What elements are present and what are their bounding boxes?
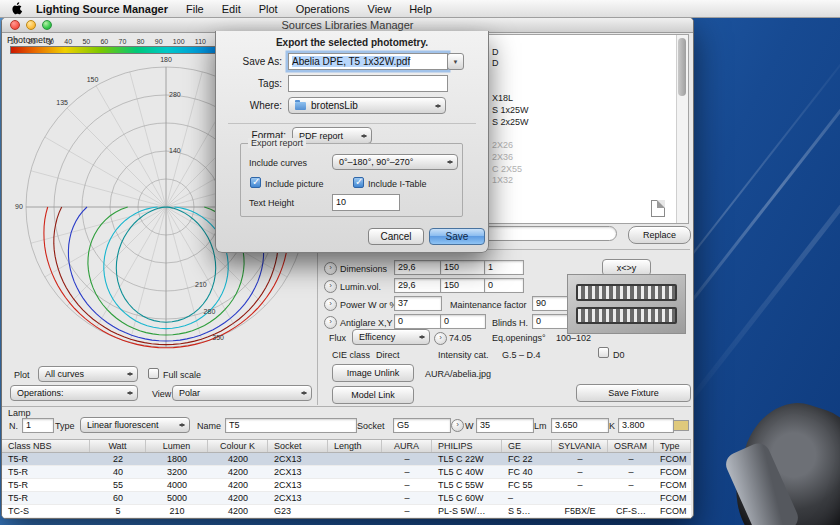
lamp-w-field[interactable]: 35: [476, 418, 534, 433]
export-report-group-title: Export report: [248, 138, 306, 148]
lamp-k-label: K: [609, 421, 615, 431]
plot-curves-select[interactable]: All curves: [38, 366, 138, 382]
include-curves-label: Include curves: [249, 158, 307, 168]
save-as-expand-button[interactable]: [447, 53, 464, 70]
dimensions-field-2[interactable]: 150: [440, 260, 486, 275]
text-height-label: Text Height: [249, 198, 294, 208]
lamp-name-field[interactable]: T5: [225, 418, 357, 433]
lumin-field-1[interactable]: 29,6: [394, 278, 442, 293]
power-field[interactable]: 37: [394, 296, 442, 311]
antiglare-field-y[interactable]: 0: [440, 314, 486, 329]
table-cell: FCOM: [654, 492, 691, 504]
tags-field[interactable]: [288, 75, 448, 92]
lamp-w-action-button[interactable]: [451, 419, 464, 432]
column-header[interactable]: Colour K: [208, 440, 268, 452]
where-select[interactable]: brotensLib: [288, 97, 446, 114]
table-cell: 4200: [208, 492, 268, 504]
lumin-action-button[interactable]: [324, 280, 337, 293]
menu-app-name[interactable]: Lighting Source Manager: [27, 3, 177, 15]
antiglare-field-x[interactable]: 0: [394, 314, 442, 329]
scrollbar-thumb[interactable]: [678, 38, 686, 96]
dimensions-action-button[interactable]: [324, 262, 337, 275]
tags-label: Tags:: [216, 78, 282, 89]
table-row[interactable]: T5-R60500042002CX13–TL5 C 60W–FCOM: [2, 492, 691, 505]
lamp-n-label: N.: [9, 421, 18, 431]
column-header[interactable]: Class NBS: [2, 440, 90, 452]
table-row[interactable]: TC-S52104200G23–PL-S 5W/…S 5…F5BX/ECF-S……: [2, 505, 691, 518]
column-header[interactable]: Lumen: [146, 440, 208, 452]
lamp-n-field[interactable]: 1: [22, 418, 54, 433]
column-header[interactable]: Length: [328, 440, 382, 452]
column-header[interactable]: Type: [654, 440, 691, 452]
lumin-field-2[interactable]: 150: [440, 278, 486, 293]
lamp-table: Class NBSWattLumenColour KSocketLengthAU…: [2, 439, 691, 518]
cancel-button[interactable]: Cancel: [368, 228, 424, 245]
menu-item-help[interactable]: Help: [400, 3, 441, 15]
flux-select[interactable]: Efficency: [352, 329, 430, 345]
text-height-field[interactable]: 10: [332, 194, 400, 211]
table-row[interactable]: T5-R55400042002CX13–TL5 C 55WFC 55––FCOM: [2, 479, 691, 492]
include-curves-value: 0°–180°, 90°–270°: [339, 157, 413, 167]
table-cell: 4200: [208, 466, 268, 478]
menu-item-operations[interactable]: Operations: [287, 3, 359, 15]
lamp-color-swatch[interactable]: [673, 420, 689, 431]
apple-icon[interactable]: [12, 2, 23, 15]
save-button[interactable]: Save: [429, 228, 485, 245]
column-header[interactable]: SYLVANIA: [552, 440, 608, 452]
include-itable-checkbox[interactable]: [353, 177, 364, 188]
table-cell: [328, 466, 382, 478]
dimensions-field-1[interactable]: 29,6: [394, 260, 442, 275]
plot-curves-value: All curves: [45, 369, 84, 379]
flux-action-button[interactable]: [434, 332, 447, 345]
column-header[interactable]: Socket: [268, 440, 328, 452]
antiglare-action-button[interactable]: [324, 316, 337, 329]
table-cell: FCOM: [654, 466, 691, 478]
include-picture-checkbox[interactable]: [250, 177, 261, 188]
column-header[interactable]: PHILIPS: [432, 440, 502, 452]
power-label: Power W or %: [340, 300, 398, 310]
chevron-updown-icon: [126, 388, 133, 398]
document-icon[interactable]: [651, 200, 665, 217]
replace-button[interactable]: Replace: [628, 226, 691, 244]
lamp-type-select[interactable]: Linear fluorescent: [80, 417, 190, 433]
save-as-field[interactable]: Abelia DPE, T5 1x32W.pdf: [288, 53, 448, 70]
lamp-lm-field[interactable]: 3.650: [551, 418, 609, 433]
table-cell: –: [382, 453, 432, 465]
power-action-button[interactable]: [324, 298, 337, 311]
table-cell: TL5 C 60W: [432, 492, 502, 504]
table-row[interactable]: T5-R22180042002CX13–TL5 C 22WFC 22––FCOM: [2, 453, 691, 466]
lamp-socket-field[interactable]: G5: [393, 418, 451, 433]
menu-item-file[interactable]: File: [177, 3, 213, 15]
menu-item-plot[interactable]: Plot: [250, 3, 287, 15]
dimensions-field-3[interactable]: 1: [484, 260, 524, 275]
screen: Lighting Source Manager FileEditPlotOper…: [0, 0, 840, 525]
model-link-button[interactable]: Model Link: [332, 386, 414, 404]
column-header[interactable]: AURA: [382, 440, 432, 452]
table-cell: 2CX13: [268, 453, 328, 465]
minimize-button[interactable]: [26, 20, 36, 30]
table-cell: G23: [268, 505, 328, 517]
column-header[interactable]: OSRAM: [608, 440, 654, 452]
table-cell: 210: [146, 505, 208, 517]
d0-checkbox[interactable]: [598, 347, 609, 358]
table-row[interactable]: T5-R40320042002CX13–TL5 C 40WFC 40––FCOM: [2, 466, 691, 479]
scale-tick: 110: [195, 38, 206, 46]
scrollbar[interactable]: [676, 35, 688, 223]
zoom-button[interactable]: [42, 20, 52, 30]
save-fixture-button[interactable]: Save Fixture: [576, 384, 691, 402]
close-button[interactable]: [10, 20, 20, 30]
scale-tick: 60: [100, 38, 108, 46]
column-header[interactable]: GE: [502, 440, 552, 452]
menu-item-view[interactable]: View: [359, 3, 401, 15]
view-select[interactable]: Polar: [172, 385, 312, 401]
column-header[interactable]: Watt: [90, 440, 146, 452]
menu-item-edit[interactable]: Edit: [213, 3, 250, 15]
lumin-field-3[interactable]: 0: [484, 278, 524, 293]
include-curves-select[interactable]: 0°–180°, 90°–270°: [332, 154, 458, 170]
lamp-k-field[interactable]: 3.800: [618, 418, 674, 433]
image-unlink-button[interactable]: Image Unlink: [332, 364, 414, 382]
full-scale-checkbox[interactable]: [148, 368, 159, 379]
operations-select[interactable]: Operations:: [10, 385, 138, 401]
svg-text:140: 140: [169, 147, 181, 154]
lumin-label: Lumin.vol.: [340, 282, 381, 292]
